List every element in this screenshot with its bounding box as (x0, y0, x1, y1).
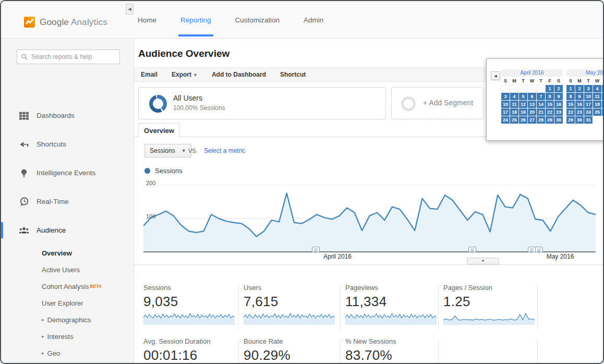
calendar-day-cell[interactable]: 30 (575, 116, 584, 124)
calendar-day-cell[interactable]: 26 (519, 116, 527, 124)
calendar-day-cell[interactable]: 3 (501, 93, 510, 100)
google-analytics-logo[interactable]: GoogleAnalytics (24, 17, 107, 28)
calendar-day-cell[interactable]: 25 (510, 116, 518, 124)
calendar-day-cell[interactable]: 20 (528, 108, 536, 116)
sidebar-subitem-geo[interactable]: ▸Geo (1, 345, 134, 361)
add-segment-button[interactable]: + Add Segment (391, 87, 484, 119)
calendar-day-cell[interactable]: 30 (554, 116, 563, 124)
calendar-day-cell[interactable]: 6 (528, 93, 536, 100)
sidebar-collapse-button[interactable]: ◀ (126, 4, 134, 15)
calendar-day-cell[interactable]: 12 (519, 101, 527, 108)
calendar-day-cell[interactable]: 19 (519, 108, 527, 116)
calendar-day-cell[interactable]: 24 (584, 108, 593, 116)
calendar-day-cell[interactable]: 11 (510, 101, 518, 108)
calendar-day-cell[interactable]: 24 (501, 116, 510, 124)
annotation-marker-icon[interactable] (468, 247, 476, 252)
toolbar-export-button[interactable]: Export▼ (172, 71, 198, 78)
sidebar-item-audience[interactable]: Audience (1, 216, 134, 245)
calendar-day-cell[interactable]: 22 (546, 108, 554, 116)
calendar-day-cell[interactable]: 17 (501, 108, 510, 116)
stat-card-bounce-rate[interactable]: Bounce Rate90.29% (244, 337, 337, 363)
calendar-day-cell[interactable]: 1 (566, 85, 575, 92)
stat-card-avg-session-duration[interactable]: Avg. Session Duration00:01:16 (143, 337, 237, 363)
stat-column-divider (438, 339, 439, 364)
report-search-box[interactable] (17, 50, 120, 64)
calendar-day-cell[interactable]: 2 (554, 85, 563, 92)
stat-card-users[interactable]: Users7,615 (244, 284, 337, 325)
toolbar-shortcut-button[interactable]: Shortcut (280, 71, 306, 78)
calendar-day-cell[interactable]: 17 (584, 101, 593, 108)
calendar-day-cell[interactable]: 16 (554, 101, 563, 108)
sidebar-item-real-time[interactable]: Real-Time (1, 187, 134, 216)
calendar-day-cell[interactable]: 18 (593, 101, 601, 108)
calendar-day-cell[interactable]: 25 (593, 108, 601, 116)
stat-card-pageviews[interactable]: Pageviews11,334 (345, 284, 439, 325)
calendar-day-cell[interactable]: 8 (546, 93, 554, 100)
nav-item-reporting[interactable]: Reporting (179, 3, 212, 38)
sidebar-subitem-overview[interactable]: Overview (1, 245, 134, 261)
calendar-day-cell[interactable]: 12 (602, 93, 604, 100)
calendar-day-cell[interactable]: 27 (528, 116, 536, 124)
sessions-timeline-chart[interactable]: 200 100 April 2016May 2016 (143, 178, 596, 262)
metric-select-dropdown[interactable]: Sessions ▼ (144, 144, 191, 157)
calendar-day-cell[interactable]: 23 (554, 108, 563, 116)
calendar-day-cell[interactable]: 23 (575, 108, 584, 116)
nav-item-customization[interactable]: Customization (234, 3, 281, 38)
search-input[interactable] (31, 53, 115, 60)
calendar-day-cell[interactable]: 4 (593, 85, 601, 92)
calendar-day-cell[interactable]: 1 (546, 85, 554, 92)
stat-card--new-sessions[interactable]: % New Sessions83.70% (345, 337, 439, 363)
calendar-day-cell[interactable]: 21 (537, 108, 545, 116)
annotation-marker-icon[interactable] (528, 247, 536, 252)
calendar-day-cell[interactable]: 18 (510, 108, 518, 116)
select-a-metric-link[interactable]: Select a metric (204, 147, 245, 154)
calendar-day-cell[interactable]: 29 (546, 116, 554, 124)
calendar-day-cell[interactable]: 14 (537, 101, 545, 108)
calendar-day-cell[interactable]: 10 (501, 101, 510, 108)
sidebar-item-shortcuts[interactable]: Shortcuts (1, 130, 134, 159)
calendar-day-cell[interactable]: 19 (602, 101, 604, 108)
calendar-day-cell[interactable]: 15 (546, 101, 554, 108)
stat-card-sessions[interactable]: Sessions9,035 (143, 284, 237, 325)
segment-all-users[interactable]: All Users 100.00% Sessions (138, 87, 386, 119)
sidebar-subitem-active-users[interactable]: Active Users (1, 261, 134, 278)
calendar-day-cell[interactable]: 9 (554, 93, 563, 100)
nav-item-admin[interactable]: Admin (303, 3, 324, 38)
calendar-day-cell[interactable]: 11 (593, 93, 601, 100)
calendar-day-cell[interactable]: 9 (575, 93, 584, 100)
sidebar-subitem-demographics[interactable]: ▸Demographics (1, 311, 134, 328)
sidebar-item-intelligence-events[interactable]: Intelligence Events (1, 159, 134, 187)
sidebar-subitem-interests[interactable]: ▸Interests (1, 328, 134, 345)
calendar-day-cell[interactable]: 28 (537, 116, 545, 124)
nav-item-home[interactable]: Home (137, 3, 158, 38)
calendar-day-cell[interactable]: 13 (528, 101, 536, 108)
calendar-day-cell[interactable]: 8 (566, 93, 575, 100)
calendar-day-cell[interactable]: 7 (537, 93, 545, 100)
stat-label: Pages / Session (443, 284, 537, 292)
sidebar-subitem-user-explorer[interactable]: User Explorer (1, 295, 134, 311)
calendar-day-cell[interactable]: 31 (584, 116, 593, 124)
annotation-marker-icon[interactable] (535, 247, 543, 252)
calendar-day-cell[interactable]: 22 (566, 108, 575, 116)
calendar-day-cell[interactable]: 5 (602, 85, 604, 92)
tab-overview[interactable]: Overview (138, 123, 180, 138)
sidebar-subitem-cohort-analysis[interactable]: Cohort AnalysisBETA (1, 278, 134, 295)
toolbar-add-to-dashboard-button[interactable]: Add to Dashboard (212, 71, 266, 78)
calendar-day-cell[interactable]: 26 (602, 108, 604, 116)
chart-collapse-handle[interactable]: ▼ (467, 258, 499, 264)
calendar-day-cell[interactable]: 29 (566, 116, 575, 124)
calendar-day-cell[interactable]: 16 (575, 101, 584, 108)
toolbar-email-button[interactable]: Email (141, 71, 158, 78)
sidebar-subitem-label: Active Users (42, 266, 80, 274)
sidebar-subitem-behavior[interactable]: ▸Behavior (1, 361, 134, 364)
calendar-prev-month-button[interactable]: ◀ (491, 71, 500, 80)
calendar-day-cell[interactable]: 3 (584, 85, 593, 92)
calendar-day-cell[interactable]: 4 (510, 93, 518, 100)
calendar-day-cell[interactable]: 10 (584, 93, 593, 100)
calendar-day-cell[interactable]: 5 (519, 93, 527, 100)
calendar-day-cell[interactable]: 15 (566, 101, 575, 108)
annotation-marker-icon[interactable] (312, 247, 320, 252)
sidebar-item-dashboards[interactable]: Dashboards (1, 101, 134, 130)
stat-card-pages-session[interactable]: Pages / Session1.25 (443, 284, 537, 325)
calendar-day-cell[interactable]: 2 (575, 85, 584, 92)
